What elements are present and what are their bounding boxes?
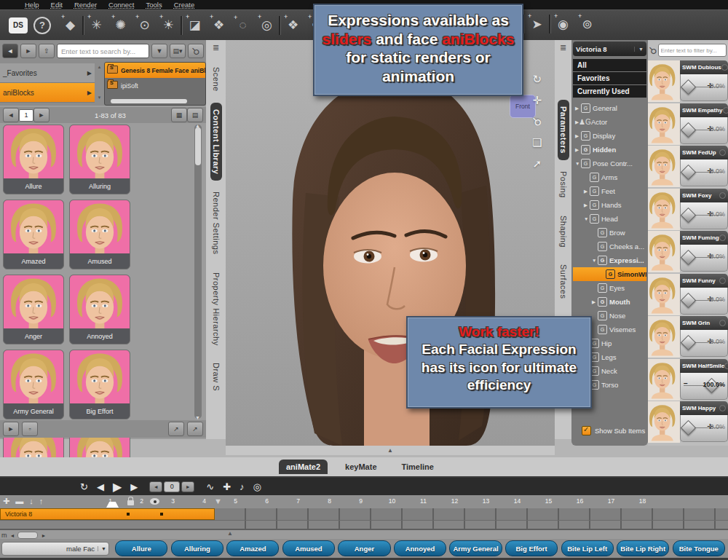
- next-frame-icon[interactable]: ▶: [130, 481, 138, 492]
- expression-button[interactable]: Alluring: [171, 540, 223, 556]
- slider-control[interactable]: − ✛ 0.0%: [680, 245, 728, 272]
- expand-arrow-icon[interactable]: [584, 189, 590, 194]
- show-sub-items-control[interactable]: Show Sub Items: [582, 426, 645, 435]
- remove-icon[interactable]: ▫: [22, 422, 38, 436]
- prev-frame-icon[interactable]: ◀: [97, 481, 104, 492]
- param-tree-item[interactable]: G Cheeks a...: [573, 240, 646, 253]
- page-next-icon[interactable]: ►: [33, 108, 50, 122]
- frame-increment-icon[interactable]: ►: [181, 481, 194, 492]
- slider-control[interactable]: − ✛ 0.0%: [680, 288, 728, 315]
- figure-track-bar[interactable]: Victoria 8: [0, 508, 215, 520]
- filter-input[interactable]: [658, 44, 727, 57]
- side-tab[interactable]: Posing: [558, 165, 569, 205]
- gear-icon[interactable]: [723, 107, 728, 114]
- slider-control[interactable]: − ✛ 0.0%: [680, 74, 728, 101]
- back-icon[interactable]: ◄: [2, 44, 18, 58]
- param-tree-item[interactable]: G General: [573, 101, 646, 115]
- param-tree-item[interactable]: G Display: [573, 129, 646, 143]
- slider-control[interactable]: − ✛ 0.0%: [680, 415, 728, 442]
- expand-arrow-icon[interactable]: [592, 258, 598, 263]
- expression-thumbnail[interactable]: Army General: [3, 350, 64, 419]
- expand-arrow-icon[interactable]: [575, 147, 581, 153]
- gear-icon[interactable]: [719, 405, 726, 411]
- gear-icon[interactable]: [719, 320, 726, 326]
- search-go-icon[interactable]: ⚲: [188, 44, 204, 58]
- panel-pin-icon[interactable]: ≣: [213, 43, 219, 52]
- folder-item[interactable]: ipiSoft: [105, 78, 205, 93]
- param-tree-item[interactable]: G Actor: [573, 115, 646, 129]
- param-tree-item[interactable]: G Mouth: [573, 295, 646, 309]
- gear-icon[interactable]: [719, 149, 726, 156]
- list-view-icon[interactable]: ▤: [187, 108, 203, 122]
- render-settings-icon[interactable]: ⊚: [575, 17, 599, 32]
- expand-arrow-icon[interactable]: [575, 133, 581, 139]
- param-tree-item[interactable]: G Eyes: [573, 281, 646, 295]
- expression-button[interactable]: Army General: [449, 540, 502, 556]
- new-node-icon[interactable]: ❖: [207, 17, 231, 33]
- play-icon[interactable]: ▶: [113, 480, 122, 494]
- param-tree-item[interactable]: G Head: [573, 212, 646, 226]
- frame-decrement-icon[interactable]: ◄: [149, 481, 162, 492]
- database-icon[interactable]: ▤▾: [170, 44, 186, 58]
- side-tab[interactable]: Render Settings: [210, 185, 222, 261]
- timeline-tab[interactable]: keyMate: [338, 460, 384, 474]
- gear-icon[interactable]: [719, 277, 726, 284]
- render-icon[interactable]: ◉: [551, 17, 575, 32]
- remove-track-icon[interactable]: ▬: [15, 497, 23, 506]
- new-primitive-icon[interactable]: ◪: [183, 17, 207, 33]
- playhead-icon[interactable]: ▼: [214, 497, 222, 505]
- slider-handle[interactable]: [681, 420, 696, 435]
- timeline-ruler[interactable]: ✚▬↓↑ 123456789101112131415161718 ▼: [0, 495, 728, 508]
- expression-thumbnail[interactable]: Annoyed: [69, 275, 130, 344]
- param-tree-item[interactable]: G Feet: [573, 184, 646, 198]
- side-tab[interactable]: Property Hierarchy: [210, 266, 222, 352]
- folder-item[interactable]: Genesis 8 Female Face aniBlocks: [105, 63, 205, 78]
- expand-arrow-icon[interactable]: [584, 202, 590, 208]
- frame-counter-input[interactable]: [164, 481, 180, 492]
- filter-item[interactable]: Favorites: [573, 72, 646, 84]
- orbit-icon[interactable]: ↻: [532, 73, 542, 86]
- folder-column-divider[interactable]: ▲▼: [95, 63, 104, 101]
- expression-button[interactable]: Big Effort: [505, 540, 558, 556]
- page-prev-icon[interactable]: ◄: [3, 108, 19, 122]
- expression-thumbnail[interactable]: Alluring: [69, 125, 130, 194]
- up-directory-icon[interactable]: ⇧: [39, 44, 55, 58]
- side-tab[interactable]: Content Library: [210, 103, 222, 181]
- zoom-in-icon[interactable]: ►: [41, 533, 46, 538]
- expression-thumbnail[interactable]: Anger: [3, 275, 64, 344]
- audio-icon[interactable]: ♪: [240, 481, 245, 492]
- slider-handle[interactable]: [681, 207, 696, 222]
- play-preview-icon[interactable]: ►: [3, 422, 19, 436]
- record-icon[interactable]: ◎: [253, 481, 261, 492]
- keyframe-dot[interactable]: [160, 513, 163, 516]
- scroll-down-icon[interactable]: ▼: [195, 415, 200, 420]
- side-tab[interactable]: Surfaces: [558, 258, 569, 305]
- splitter-handle-icon[interactable]: ▲: [227, 530, 233, 537]
- menu-item[interactable]: Tools: [140, 1, 167, 9]
- search-input[interactable]: [57, 44, 149, 58]
- aim-icon[interactable]: ➚: [532, 157, 542, 170]
- param-tree-item[interactable]: G Expressi...: [573, 253, 646, 267]
- node-tool-icon[interactable]: ❖: [281, 17, 305, 33]
- slider-handle[interactable]: [681, 335, 696, 350]
- expression-button[interactable]: Bite Lip Left: [561, 540, 614, 556]
- timeline-tab[interactable]: Timeline: [395, 460, 441, 474]
- slider-control[interactable]: − ✛ 0.0%: [680, 330, 728, 357]
- gear-icon[interactable]: [721, 64, 728, 71]
- param-tree-item[interactable]: G Pose Contr...: [573, 157, 646, 170]
- figure-selector[interactable]: Victoria 8 ▼: [573, 42, 646, 56]
- param-tree-item[interactable]: G SimonWM: [573, 267, 646, 281]
- pan-icon[interactable]: ✛: [532, 94, 542, 107]
- side-tab[interactable]: Parameters: [558, 100, 569, 160]
- splitter-handle-icon[interactable]: ▲: [387, 447, 393, 454]
- timeline-tab[interactable]: aniMate2: [279, 460, 328, 474]
- menu-item[interactable]: Help: [19, 1, 45, 9]
- aniblock-set-selector[interactable]: male Fac ▼: [1, 542, 109, 556]
- search-options-icon[interactable]: ▼: [151, 44, 167, 58]
- new-distant-light-icon[interactable]: ✳: [84, 17, 108, 33]
- motion-curve-icon[interactable]: ∿: [206, 481, 214, 492]
- expression-button[interactable]: Amused: [282, 540, 335, 556]
- keyframe-dot[interactable]: [127, 513, 130, 516]
- menu-item[interactable]: Create: [168, 1, 201, 9]
- folder-item[interactable]: _Favorites ▶: [0, 63, 95, 83]
